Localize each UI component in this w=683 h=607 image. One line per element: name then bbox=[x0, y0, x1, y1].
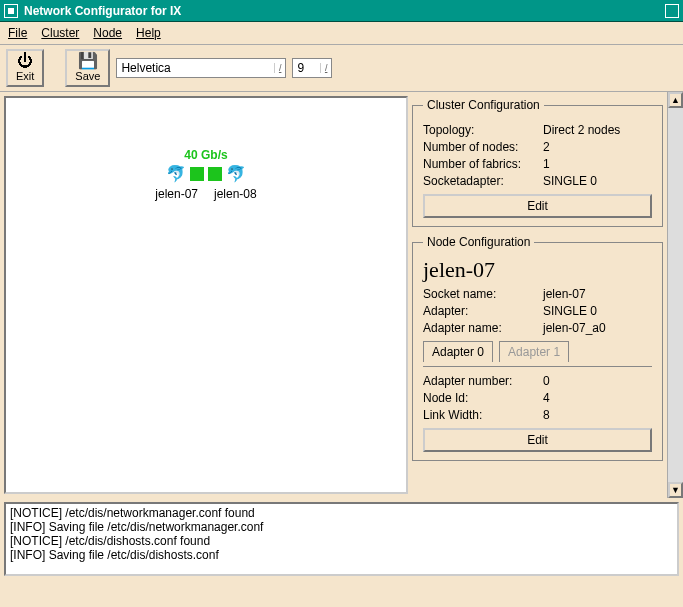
node-label: jelen-08 bbox=[214, 187, 257, 201]
socket-name-value: jelen-07 bbox=[543, 287, 586, 301]
scroll-up-icon[interactable]: ▲ bbox=[668, 92, 683, 108]
log-line: [INFO] Saving file /etc/dis/dishosts.con… bbox=[10, 548, 673, 562]
adapter-number-value: 0 bbox=[543, 374, 550, 388]
window-button[interactable] bbox=[665, 4, 679, 18]
cluster-config-panel: Cluster Configuration Topology:Direct 2 … bbox=[412, 98, 663, 227]
log-line: [NOTICE] /etc/dis/networkmanager.conf fo… bbox=[10, 506, 673, 520]
app-icon bbox=[4, 4, 18, 18]
chevron-down-icon: / bbox=[274, 63, 282, 73]
node-icon: 🐬 bbox=[166, 164, 186, 183]
node-icon: 🐬 bbox=[226, 164, 246, 183]
vertical-scrollbar[interactable]: ▲ ▼ bbox=[667, 92, 683, 498]
floppy-icon: 💾 bbox=[75, 53, 100, 69]
font-family-select[interactable]: Helvetica / bbox=[116, 58, 286, 78]
fabrics-value: 1 bbox=[543, 157, 550, 171]
link-box bbox=[208, 167, 222, 181]
link-width-value: 8 bbox=[543, 408, 550, 422]
cluster-diagram: 40 Gb/s 🐬 🐬 jelen-07 jelen-08 bbox=[6, 148, 406, 201]
log-line: [NOTICE] /etc/dis/dishosts.conf found bbox=[10, 534, 673, 548]
font-family-value: Helvetica bbox=[121, 61, 170, 75]
menu-bar: File Cluster Node Help bbox=[0, 22, 683, 45]
scroll-down-icon[interactable]: ▼ bbox=[668, 482, 683, 498]
font-size-value: 9 bbox=[297, 61, 304, 75]
tab-adapter-1[interactable]: Adapter 1 bbox=[499, 341, 569, 362]
menu-node[interactable]: Node bbox=[93, 26, 122, 40]
log-output: [NOTICE] /etc/dis/networkmanager.conf fo… bbox=[4, 502, 679, 576]
cluster-edit-button[interactable]: Edit bbox=[423, 194, 652, 218]
save-button[interactable]: 💾 Save bbox=[65, 49, 110, 87]
log-line: [INFO] Saving file /etc/dis/networkmanag… bbox=[10, 520, 673, 534]
power-icon: ⏻ bbox=[16, 53, 34, 69]
adapter-value: SINGLE 0 bbox=[543, 304, 597, 318]
nodes-value: 2 bbox=[543, 140, 550, 154]
topology-canvas[interactable]: 40 Gb/s 🐬 🐬 jelen-07 jelen-08 bbox=[4, 96, 408, 494]
menu-help[interactable]: Help bbox=[136, 26, 161, 40]
node-config-panel: Node Configuration jelen-07 Socket name:… bbox=[412, 235, 663, 461]
tab-adapter-0[interactable]: Adapter 0 bbox=[423, 341, 493, 362]
node-id-value: 4 bbox=[543, 391, 550, 405]
socketadapter-value: SINGLE 0 bbox=[543, 174, 597, 188]
menu-file[interactable]: File bbox=[8, 26, 27, 40]
link-speed-label: 40 Gb/s bbox=[6, 148, 406, 162]
cluster-config-legend: Cluster Configuration bbox=[423, 98, 544, 112]
node-edit-button[interactable]: Edit bbox=[423, 428, 652, 452]
adapter-name-value: jelen-07_a0 bbox=[543, 321, 606, 335]
window-title: Network Configurator for IX bbox=[24, 4, 181, 18]
exit-button[interactable]: ⏻ Exit bbox=[6, 49, 44, 87]
title-bar: Network Configurator for IX bbox=[0, 0, 683, 22]
toolbar: ⏻ Exit 💾 Save Helvetica / 9 / bbox=[0, 45, 683, 92]
menu-cluster[interactable]: Cluster bbox=[41, 26, 79, 40]
font-size-select[interactable]: 9 / bbox=[292, 58, 332, 78]
chevron-down-icon: / bbox=[320, 63, 328, 73]
node-config-legend: Node Configuration bbox=[423, 235, 534, 249]
node-label: jelen-07 bbox=[155, 187, 198, 201]
topology-value: Direct 2 nodes bbox=[543, 123, 620, 137]
node-title: jelen-07 bbox=[423, 257, 652, 283]
link-box bbox=[190, 167, 204, 181]
